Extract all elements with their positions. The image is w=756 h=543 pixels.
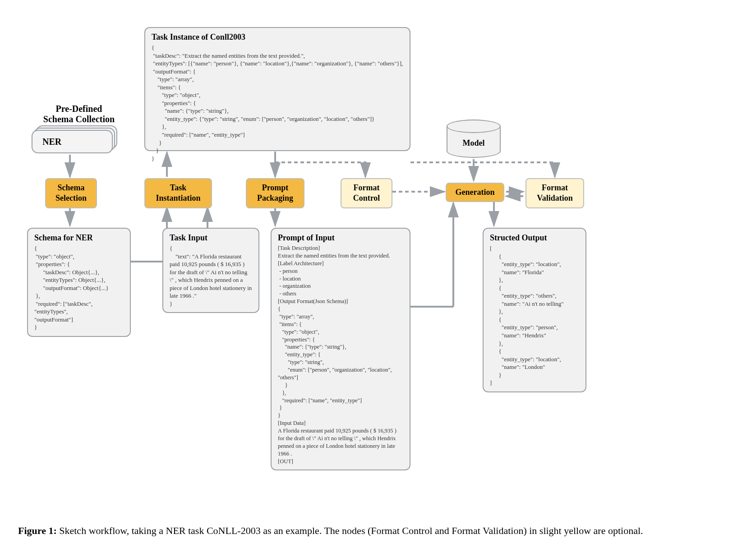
- task-instance-title: Task Instance of Conll2003: [152, 32, 403, 42]
- prompt-input-box: Prompt of Input [Task Description] Extra…: [271, 228, 410, 470]
- caption-label: Figure 1:: [18, 525, 57, 536]
- schema-ner-box: Schema for NER { "type": "object", "prop…: [27, 228, 131, 337]
- task-input-box: Task Input { "text": "A Florida restaura…: [162, 228, 259, 313]
- task-instance-box: Task Instance of Conll2003 { "taskDesc":…: [144, 27, 410, 151]
- step-prompt-packaging: Prompt Packaging: [246, 178, 304, 208]
- task-instance-body: { "taskDesc": "Extract the named entitie…: [152, 44, 403, 162]
- task-input-title: Task Input: [170, 233, 252, 243]
- prompt-input-title: Prompt of Input: [278, 233, 403, 243]
- step-generation: Generation: [446, 183, 504, 202]
- task-input-body: { "text": "A Florida restaurant paid 10,…: [170, 244, 252, 308]
- structured-output-box: Structed Output [ { "entity_type": "loca…: [483, 228, 586, 392]
- step-format-validation: Format Validation: [526, 178, 584, 208]
- prompt-input-body: [Task Description] Extract the named ent…: [278, 244, 403, 465]
- figure-caption: Figure 1: Sketch workflow, taking a NER …: [18, 523, 650, 538]
- schema-ner-title: Schema for NER: [34, 233, 124, 243]
- step-format-control: Format Control: [341, 178, 392, 208]
- schema-ner-body: { "type": "object", "properties": { "tas…: [34, 244, 124, 331]
- step-task-instantiation: Task Instantiation: [144, 178, 212, 208]
- model-label: Model: [447, 138, 501, 148]
- ner-pill: NER: [32, 130, 113, 153]
- structured-output-body: [ { "entity_type": "location", "name": "…: [490, 244, 579, 387]
- caption-text: Sketch workflow, taking a NER task CoNLL…: [57, 525, 643, 536]
- step-schema-selection: Schema Selection: [45, 178, 97, 208]
- model-cylinder: Model: [447, 120, 501, 159]
- predefined-schema-label: Pre-Defined Schema Collection: [32, 104, 126, 124]
- structured-output-title: Structed Output: [490, 233, 579, 243]
